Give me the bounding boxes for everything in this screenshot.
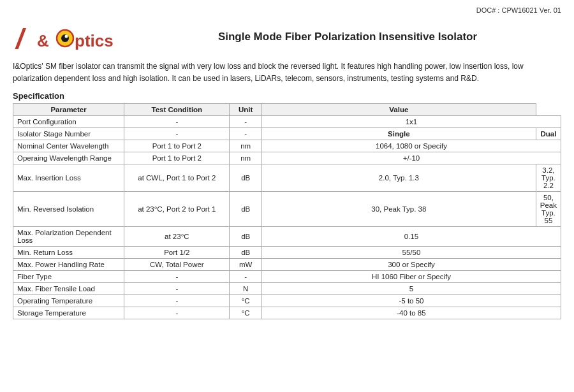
table-row: Max. Power Handling RateCW, Total Powerm…: [13, 259, 561, 271]
cell-condition: Port 1 to Port 2: [124, 140, 230, 152]
cell-value-merged: -5 to 50: [261, 295, 561, 307]
table-row: Min. Return LossPort 1/2dB55/50: [13, 247, 561, 259]
table-row: Max. Insertion Lossat CWL, Port 1 to Por…: [13, 164, 561, 192]
cell-condition: at 23°C, Port 2 to Port 1: [124, 192, 230, 227]
cell-value-single: 30, Peak Typ. 38: [261, 192, 536, 227]
cell-param: Max. Fiber Tensile Load: [13, 283, 124, 295]
spec-table: Parameter Test Condition Unit Value Port…: [13, 103, 561, 319]
cell-unit: -: [230, 271, 262, 283]
cell-unit: nm: [230, 140, 262, 152]
col-header-condition: Test Condition: [124, 104, 230, 116]
cell-param: Operating Temperature: [13, 295, 124, 307]
cell-condition: at 23°C: [124, 227, 230, 247]
cell-unit: N: [230, 283, 262, 295]
spec-tbody: Port Configuration--1x1Isolator Stage Nu…: [13, 116, 561, 319]
svg-point-4: [65, 35, 68, 38]
cell-condition: Port 1 to Port 2: [124, 152, 230, 164]
table-row: Fiber Type--HI 1060 Fiber or Specify: [13, 271, 561, 283]
cell-value-merged: HI 1060 Fiber or Specify: [261, 271, 561, 283]
cell-condition: -: [124, 283, 230, 295]
cell-condition: -: [124, 116, 230, 128]
cell-value-single: Single: [261, 128, 536, 140]
cell-condition: -: [124, 295, 230, 307]
cell-param: Operaing Wavelength Range: [13, 152, 124, 164]
cell-unit: dB: [230, 247, 262, 259]
table-row: Max. Polarization Dependent Lossat 23°Cd…: [13, 227, 561, 247]
cell-unit: dB: [230, 164, 262, 192]
cell-param: Storage Temperature: [13, 307, 124, 319]
cell-value-single: 2.0, Typ. 1.3: [261, 164, 536, 192]
cell-param: Max. Power Handling Rate: [13, 259, 124, 271]
cell-value-merged: 1x1: [261, 116, 561, 128]
table-row: Operating Temperature-°C-5 to 50: [13, 295, 561, 307]
cell-param: Nominal Center Wavelength: [13, 140, 124, 152]
cell-unit: nm: [230, 152, 262, 164]
table-row: Storage Temperature-°C-40 to 85: [13, 307, 561, 319]
cell-param: Min. Reversed Isolation: [13, 192, 124, 227]
cell-param: Port Configuration: [13, 116, 124, 128]
cell-value-merged: +/-10: [261, 152, 561, 164]
cell-condition: -: [124, 128, 230, 140]
cell-value-merged: 5: [261, 283, 561, 295]
table-row: Isolator Stage Number--SingleDual: [13, 128, 561, 140]
cell-param: Fiber Type: [13, 271, 124, 283]
cell-unit: dB: [230, 227, 262, 247]
cell-param: Max. Polarization Dependent Loss: [13, 227, 124, 247]
cell-unit: °C: [230, 295, 262, 307]
cell-value-dual: 3.2, Typ. 2.2: [536, 164, 561, 192]
cell-unit: -: [230, 116, 262, 128]
svg-text:ptics: ptics: [75, 31, 114, 50]
header-area: / & ptics Single Mode Fiber Polarization…: [13, 19, 561, 54]
col-header-parameter: Parameter: [13, 104, 124, 116]
cell-unit: -: [230, 128, 262, 140]
cell-condition: CW, Total Power: [124, 259, 230, 271]
cell-param: Min. Return Loss: [13, 247, 124, 259]
cell-value-dual: Dual: [536, 128, 561, 140]
table-row: Min. Reversed Isolationat 23°C, Port 2 t…: [13, 192, 561, 227]
cell-param: Max. Insertion Loss: [13, 164, 124, 192]
description: I&Optics' SM fiber isolator can transmit…: [13, 61, 561, 85]
cell-value-merged: 1064, 1080 or Specify: [261, 140, 561, 152]
cell-condition: at CWL, Port 1 to Port 2: [124, 164, 230, 192]
cell-unit: °C: [230, 307, 262, 319]
title-area: Single Mode Fiber Polarization Insensiti…: [134, 31, 561, 43]
cell-param: Isolator Stage Number: [13, 128, 124, 140]
cell-value-merged: 300 or Specify: [261, 259, 561, 271]
cell-condition: -: [124, 271, 230, 283]
table-row: Port Configuration--1x1: [13, 116, 561, 128]
col-header-unit: Unit: [230, 104, 262, 116]
logo-svg: / & ptics: [13, 19, 121, 54]
cell-condition: Port 1/2: [124, 247, 230, 259]
cell-unit: dB: [230, 192, 262, 227]
table-header-row: Parameter Test Condition Unit Value: [13, 104, 561, 116]
cell-unit: mW: [230, 259, 262, 271]
table-row: Nominal Center WavelengthPort 1 to Port …: [13, 140, 561, 152]
cell-condition: -: [124, 307, 230, 319]
table-row: Operaing Wavelength RangePort 1 to Port …: [13, 152, 561, 164]
doc-reference: DOC# : CPW16021 Ver. 01: [13, 6, 561, 14]
cell-value-merged: 0.15: [261, 227, 561, 247]
cell-value-merged: -40 to 85: [261, 307, 561, 319]
main-title: Single Mode Fiber Polarization Insensiti…: [134, 31, 561, 43]
col-header-value: Value: [261, 104, 536, 116]
svg-text:&: &: [37, 31, 49, 50]
cell-value-merged: 55/50: [261, 247, 561, 259]
svg-text:/: /: [15, 23, 27, 54]
spec-heading: Specification: [13, 91, 561, 101]
table-row: Max. Fiber Tensile Load-N5: [13, 283, 561, 295]
cell-value-dual: 50, Peak Typ. 55: [536, 192, 561, 227]
logo-wrapper: / & ptics: [13, 19, 121, 54]
